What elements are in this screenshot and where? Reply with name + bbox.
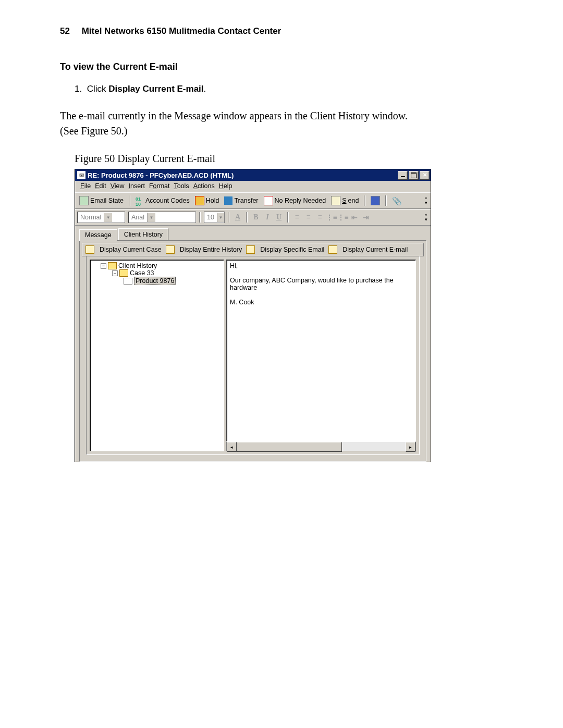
chevron-down-icon: ▼ — [217, 213, 224, 222]
outdent-button[interactable]: ⇤ — [349, 212, 360, 223]
current-email-icon — [328, 245, 337, 254]
floppy-icon — [371, 196, 380, 205]
message-preview[interactable]: Hi, Our company, ABC Company, would like… — [226, 260, 416, 441]
history-toolbar: Display Current Case Display Entire Hist… — [82, 243, 424, 256]
display-entire-history-button[interactable]: Display Entire History — [178, 245, 244, 254]
menu-view[interactable]: View — [111, 182, 125, 190]
align-center-button[interactable]: ≡ — [303, 212, 314, 223]
scroll-right-button[interactable]: ▸ — [406, 442, 415, 452]
menu-file[interactable]: File — [80, 182, 91, 190]
indent-button[interactable]: ⇥ — [361, 212, 371, 223]
account-codes-button[interactable]: 0110Account Codes — [133, 195, 192, 206]
collapse-icon[interactable]: − — [101, 263, 106, 269]
tree-pane[interactable]: − Client History − Case 33 Product 9876 — [90, 260, 224, 451]
menu-bar: File Edit View Insert Format Tools Actio… — [75, 181, 431, 192]
scroll-thumb[interactable] — [237, 442, 342, 452]
tree-selected-label: Product 9876 — [134, 277, 176, 285]
scroll-track[interactable] — [342, 442, 406, 451]
transfer-icon — [224, 196, 232, 205]
style-combo[interactable]: Normal▼ — [77, 212, 125, 223]
figure-caption: Figure 50 Display Current E-mail — [75, 153, 511, 165]
menu-tools[interactable]: Tools — [174, 182, 189, 190]
menu-insert[interactable]: Insert — [129, 182, 145, 190]
align-right-button[interactable]: ≡ — [315, 212, 325, 223]
close-button[interactable] — [420, 171, 430, 180]
tab-message[interactable]: Message — [79, 229, 117, 241]
folder-icon — [108, 262, 117, 269]
msg-line-1: Hi, — [230, 262, 412, 269]
minimize-button[interactable] — [398, 171, 408, 180]
body-text-1: The e-mail currently in the Message wind… — [60, 110, 511, 122]
bullets-button[interactable]: ⋮≡ — [326, 212, 337, 223]
hold-icon — [195, 196, 204, 205]
paperclip-icon: 📎 — [392, 196, 400, 205]
transfer-button[interactable]: Transfer — [222, 195, 260, 206]
codes-icon: 0110 — [136, 196, 144, 205]
font-color-button[interactable]: A — [232, 212, 243, 223]
toolbar-overflow-icon[interactable]: »▾ — [423, 196, 429, 205]
tab-client-history[interactable]: Client History — [118, 228, 168, 240]
mail-icon — [124, 278, 132, 285]
font-combo[interactable]: Arial▼ — [128, 212, 196, 223]
toolbar-actions: Email State 0110Account Codes Hold Trans… — [75, 192, 431, 209]
italic-button[interactable]: I — [262, 212, 273, 223]
menu-help[interactable]: Help — [219, 182, 232, 190]
collapse-icon[interactable]: − — [112, 270, 118, 276]
no-reply-button[interactable]: No Reply Needed — [262, 195, 328, 206]
display-specific-email-button[interactable]: Display Specific Email — [258, 245, 326, 254]
section-title: To view the Current E-mail — [60, 61, 511, 72]
chevron-down-icon: ▼ — [147, 213, 155, 222]
page-header: 52 Mitel Networks 6150 Mulitmedia Contac… — [60, 26, 511, 36]
menu-format[interactable]: Format — [149, 182, 170, 190]
size-combo[interactable]: 10▼ — [204, 212, 225, 223]
scroll-left-button[interactable]: ◂ — [227, 442, 237, 452]
page-number: 52 — [60, 26, 70, 36]
menu-actions[interactable]: Actions — [193, 182, 215, 190]
chevron-down-icon: ▼ — [104, 213, 112, 222]
body-text-2: (See Figure 50.) — [60, 125, 511, 137]
maximize-button[interactable] — [409, 171, 419, 180]
no-reply-icon — [264, 196, 273, 205]
header-title: Mitel Networks 6150 Mulitmedia Contact C… — [82, 26, 282, 36]
tree-case[interactable]: − Case 33 — [92, 269, 222, 277]
send-button[interactable]: Send — [329, 195, 361, 206]
step-1: 1. Click Display Current E-mail. — [75, 84, 511, 94]
menu-edit[interactable]: Edit — [95, 182, 106, 190]
title-bar[interactable]: ✉ RE: Product 9876 - PFCyberAED.ACD (HTM… — [75, 169, 431, 181]
tree-root[interactable]: − Client History — [92, 262, 222, 269]
align-left-button[interactable]: ≡ — [292, 212, 302, 223]
folder-icon — [119, 269, 128, 277]
app-window: ✉ RE: Product 9876 - PFCyberAED.ACD (HTM… — [75, 169, 431, 462]
window-title: RE: Product 9876 - PFCyberAED.ACD (HTML) — [88, 171, 397, 179]
toolbar-overflow-icon[interactable]: »▾ — [423, 213, 429, 222]
toolbar-format: Normal▼ Arial▼ 10▼ A B I U ≡ ≡ ≡ ⋮≡ ⋮≡ ⇤… — [75, 209, 431, 226]
display-current-case-button[interactable]: Display Current Case — [97, 245, 164, 254]
bold-button[interactable]: B — [251, 212, 261, 223]
case-icon — [85, 245, 94, 254]
send-icon — [331, 196, 340, 205]
display-current-email-button[interactable]: Display Current E-mail — [340, 245, 410, 254]
msg-line-3: M. Cook — [230, 299, 412, 306]
msg-line-2: Our company, ABC Company, would like to … — [230, 277, 412, 291]
email-state-button[interactable]: Email State — [77, 195, 126, 206]
attach-button[interactable]: 📎 — [390, 195, 402, 206]
specific-email-icon — [246, 245, 255, 254]
save-button[interactable] — [369, 195, 382, 206]
mail-icon: ✉ — [77, 171, 85, 179]
tabs-row: Message Client History — [75, 226, 431, 240]
history-icon — [166, 245, 175, 254]
globe-icon — [79, 196, 89, 205]
hold-button[interactable]: Hold — [193, 195, 222, 206]
tree-product[interactable]: Product 9876 — [92, 277, 222, 285]
horizontal-scrollbar[interactable]: ◂ ▸ — [226, 441, 416, 451]
numbering-button[interactable]: ⋮≡ — [338, 212, 348, 223]
underline-button[interactable]: U — [274, 212, 284, 223]
